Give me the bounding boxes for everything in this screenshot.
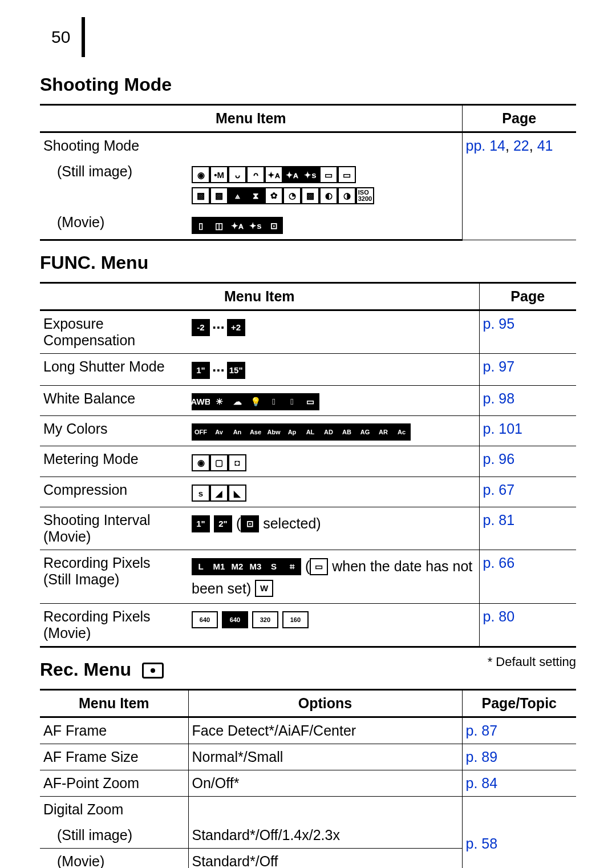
interval-1s-icon: 1" — [192, 515, 210, 532]
cell-label: White Balance — [40, 385, 188, 415]
cell-label: Long Shutter Mode — [40, 354, 188, 385]
page-ref[interactable]: p. 89 — [462, 744, 576, 770]
wb-tungsten-icon: 💡 — [246, 393, 265, 410]
table-row: Metering Mode ◉▢◘ p. 96 — [40, 446, 576, 477]
cell-label: (Movie) — [40, 848, 188, 868]
cell-label: Exposure Compensation — [40, 310, 188, 354]
cell-label: Recording Pixels (Movie) — [40, 603, 188, 647]
cell-options: Standard*/Off/1.4x/2.3x — [188, 822, 462, 849]
page-ref[interactable]: p. 84 — [462, 770, 576, 796]
cell-icons: ◉▢◘ — [188, 446, 479, 477]
table-row: Recording Pixels (Movie) 640 640 320 160… — [40, 603, 576, 647]
page-number-bar — [82, 17, 85, 57]
cell-options: On/Off* — [188, 770, 462, 796]
mc-custom-icon: Ac — [392, 423, 411, 441]
page-number: 50 — [40, 27, 70, 47]
page-ref[interactable]: p. 96 — [479, 446, 576, 477]
page-ref[interactable]: 14 — [489, 138, 505, 154]
page-ref[interactable]: p. 58 — [462, 796, 576, 868]
mc-red-icon: AR — [374, 423, 392, 441]
movie-compact-icon: ◫ — [210, 217, 228, 234]
size-l-icon: L — [192, 558, 210, 575]
camera-rec-icon — [142, 663, 164, 679]
table-row: Exposure Compensation -2···+2 p. 95 — [40, 310, 576, 354]
page-ref[interactable]: p. 97 — [479, 354, 576, 385]
page-ref[interactable]: p. 98 — [479, 385, 576, 415]
cell-label: (Still image) — [40, 822, 188, 849]
cell-label: AF Frame Size — [40, 744, 188, 770]
cell-label: AF Frame — [40, 717, 188, 744]
cell-still-image-label: (Still image) — [40, 159, 188, 209]
table-func-menu: Menu Item Page Exposure Compensation -2·… — [40, 282, 576, 648]
mode-foliage-icon: ▩ — [210, 187, 228, 204]
cell-movie-label: (Movie) — [40, 209, 188, 240]
page-ref[interactable]: 22 — [513, 138, 529, 154]
size-m2-icon: M2 — [228, 558, 246, 575]
comp-normal-icon: ◣ — [228, 485, 246, 502]
th-menu-item: Menu Item — [40, 105, 462, 132]
comp-fine-icon: ◢ — [210, 485, 228, 502]
mode-landscape-icon: ᴖ — [246, 166, 265, 183]
cell-icons: LM1M2M3S⌗ (▭ when the date has not been … — [188, 550, 479, 604]
mc-vivid-icon: Av — [210, 423, 228, 441]
wb-custom-icon: ▭ — [301, 393, 319, 410]
cell-label: Shooting Interval (Movie) — [40, 507, 188, 550]
comp-superfine-icon: s — [192, 485, 210, 502]
mode-indoor-icon: ▩ — [192, 187, 210, 204]
table-row: Shooting Interval (Movie) 1" 2" (⊡ selec… — [40, 507, 576, 550]
shutter-15s-icon: 15" — [227, 362, 245, 379]
range-dots-icon: ··· — [210, 362, 227, 379]
mode-color-accent-icon: ◐ — [319, 187, 338, 204]
default-setting-note: * Default setting — [488, 655, 576, 669]
open-paren: ( — [236, 516, 241, 532]
page-ref[interactable]: p. 66 — [479, 550, 576, 604]
mode-snow-icon: ⟁ — [228, 187, 246, 204]
mode-color-swap-icon: ◑ — [338, 187, 356, 204]
ev-minus-2-icon: -2 — [192, 319, 210, 336]
cell-options: Face Detect*/AiAF/Center — [188, 717, 462, 744]
cell-shooting-mode-page[interactable]: pp. 14, 22, 41 — [462, 132, 576, 240]
th-page-topic: Page/Topic — [462, 689, 576, 717]
cell-icons: OFFAvAnAseAbwApALADABAGARAc — [188, 415, 479, 446]
text-selected: selected) — [259, 516, 321, 532]
mode-iso3200-icon: ISO3200 — [356, 187, 374, 204]
cell-movie-icons: ▯◫✦ᴀ✦s⊡ — [188, 209, 462, 240]
mc-blue-icon: AB — [338, 423, 356, 441]
table-rec-menu: Menu Item Options Page/Topic AF Frame Fa… — [40, 689, 576, 868]
cell-shooting-mode-label: Shooting Mode — [40, 132, 188, 159]
page-ref[interactable]: p. 67 — [479, 477, 576, 507]
movie-standard-icon: ▯ — [192, 217, 210, 234]
wb-awb-icon: AWB — [192, 393, 210, 410]
table-row: Digital Zoom p. 58 — [40, 796, 576, 822]
page-ref[interactable]: p. 101 — [479, 415, 576, 446]
size-wide-icon: W — [255, 580, 273, 597]
cell-options: Standard*/Off (In Standard Movie mode on… — [188, 848, 462, 868]
wb-cloudy-icon: ☁ — [228, 393, 246, 410]
range-dots-icon: ··· — [210, 319, 227, 336]
page-number-header: 50 — [40, 17, 576, 57]
movie-timelapse-icon: ⊡ — [265, 217, 283, 234]
table-row: Compression s◢◣ p. 67 — [40, 477, 576, 507]
size-postcard-icon: ⌗ — [283, 558, 301, 575]
mode-aquarium-icon: ◔ — [283, 187, 301, 204]
mc-off-icon: OFF — [192, 423, 210, 441]
mc-darker-icon: AD — [319, 423, 338, 441]
cell-label: Metering Mode — [40, 446, 188, 477]
mode-beach-icon: ⧗ — [246, 187, 265, 204]
page-ref[interactable]: p. 95 — [479, 310, 576, 354]
th-page: Page — [462, 105, 576, 132]
page-ref[interactable]: p. 87 — [462, 717, 576, 744]
mode-kids-icon: ▭ — [338, 166, 356, 183]
cell-label: AF-Point Zoom — [40, 770, 188, 796]
page-ref[interactable]: pp. — [466, 138, 486, 154]
mode-fireworks-icon: ✿ — [265, 187, 283, 204]
movie-night-icon: ✦ᴀ — [228, 217, 246, 234]
cell-icons: s◢◣ — [188, 477, 479, 507]
page-ref[interactable]: p. 80 — [479, 603, 576, 647]
page-ref[interactable]: 41 — [537, 138, 553, 154]
movie-160-icon: 160 — [282, 611, 309, 628]
table-row: AF Frame Size Normal*/Small p. 89 — [40, 744, 576, 770]
page-ref[interactable]: p. 81 — [479, 507, 576, 550]
table-row: AF-Point Zoom On/Off* p. 84 — [40, 770, 576, 796]
section-title-func-menu: FUNC. Menu — [40, 252, 576, 273]
